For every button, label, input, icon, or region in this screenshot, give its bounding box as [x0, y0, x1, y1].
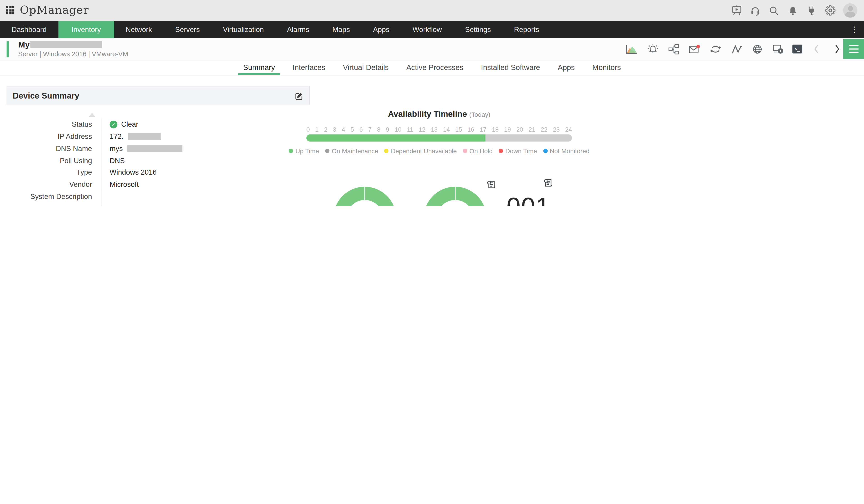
tab-monitors[interactable]: Monitors [587, 61, 626, 75]
tab-installed-software[interactable]: Installed Software [476, 61, 545, 75]
device-header: My Server | Windows 2016 | VMware-VM [0, 38, 864, 61]
timeline-uptime-fill [307, 134, 486, 142]
menu-hamburger-icon[interactable] [843, 39, 864, 59]
chevron-right-icon[interactable] [830, 43, 844, 56]
field-row-vendor: Vendor Microsoft [7, 178, 298, 190]
integrations-plug-icon[interactable] [805, 5, 817, 16]
traceroute-icon[interactable] [730, 43, 743, 56]
device-status-bar [7, 41, 9, 57]
timeline-tick: 12 [419, 126, 425, 133]
settings-gear-icon[interactable] [824, 5, 836, 16]
field-row-category: Category Server [7, 202, 298, 206]
nav-item-apps[interactable]: Apps [362, 21, 401, 38]
user-avatar[interactable] [843, 3, 857, 18]
performance-graph-icon[interactable] [625, 43, 638, 56]
timeline-tick: 17 [480, 126, 487, 133]
legend-item: Dependent Unavailable [384, 147, 457, 154]
timeline-tick: 9 [386, 126, 389, 133]
device-actions: >_ [625, 43, 844, 56]
tab-apps[interactable]: Apps [553, 61, 579, 75]
legend-item: On Maintenance [325, 147, 378, 154]
alarm-alert-icon[interactable] [646, 43, 659, 56]
device-title-text: My [18, 40, 30, 49]
tab-virtual-details[interactable]: Virtual Details [338, 61, 394, 75]
timeline-tick: 5 [350, 126, 354, 133]
device-summary-fields: Status ✓ Clear IP Address 172. DNS Name … [7, 118, 298, 206]
device-summary-title: Device Summary [13, 91, 79, 100]
availability-timeline: Availability Timeline (Today) 0 1 2 3 4 … [307, 109, 572, 154]
field-row-type: Type Windows 2016 [7, 166, 298, 178]
report-icon[interactable] [544, 178, 552, 187]
nav-overflow-kebab-icon[interactable]: ⋮ [850, 21, 859, 38]
nav-item-workflow[interactable]: Workflow [401, 21, 453, 38]
timeline-tick: 18 [492, 126, 499, 133]
timeline-tick: 8 [377, 126, 381, 133]
apps-grid-icon[interactable] [6, 6, 15, 15]
timeline-title: Availability Timeline (Today) [307, 109, 572, 119]
timeline-tick: 6 [359, 126, 363, 133]
topbar-icons [731, 0, 857, 21]
tab-summary[interactable]: Summary [238, 61, 280, 75]
nav-item-dashboard[interactable]: Dashboard [0, 21, 58, 38]
device-tabs: Summary Interfaces Virtual Details Activ… [0, 61, 864, 75]
mail-notification-icon[interactable] [688, 43, 701, 56]
legend-dot-dependent [384, 149, 389, 153]
timeline-tick: 24 [565, 126, 572, 133]
web-globe-icon[interactable] [751, 43, 764, 56]
legend-item: Up Time [289, 147, 319, 154]
ip-redaction [128, 133, 161, 140]
response-time-value: 001 [495, 192, 562, 206]
device-title: My [18, 40, 102, 49]
edit-icon[interactable] [295, 91, 303, 100]
timeline-tick: 11 [407, 126, 413, 133]
nav-item-alarms[interactable]: Alarms [275, 21, 321, 38]
notifications-bell-icon[interactable] [787, 5, 798, 16]
chevron-left-icon[interactable] [809, 43, 823, 56]
nav-item-inventory[interactable]: Inventory [58, 21, 114, 38]
nav-item-servers[interactable]: Servers [164, 21, 212, 38]
field-row-poll: Poll Using DNS [7, 154, 298, 166]
timeline-bar[interactable] [307, 134, 572, 142]
training-icon[interactable] [731, 5, 742, 16]
timeline-tick: 10 [395, 126, 401, 133]
field-row-status: Status ✓ Clear [7, 118, 298, 130]
legend-dot-downtime [499, 149, 503, 153]
dns-redaction [127, 145, 182, 152]
nav-item-virtualization[interactable]: Virtualization [211, 21, 275, 38]
nav-item-network[interactable]: Network [114, 21, 164, 38]
device-subtitle: Server | Windows 2016 | VMware-VM [18, 50, 128, 58]
dependency-workflow-icon[interactable] [667, 43, 680, 56]
legend-dot-uptime [289, 149, 293, 153]
nav-item-maps[interactable]: Maps [321, 21, 362, 38]
opmanager-app: OpManager [0, 0, 864, 206]
nav-item-settings[interactable]: Settings [453, 21, 502, 38]
tab-active-processes[interactable]: Active Processes [401, 61, 468, 75]
timeline-tick: 4 [342, 126, 345, 133]
timeline-tick: 19 [504, 126, 511, 133]
timeline-legend: Up Time On Maintenance Dependent Unavail… [307, 147, 572, 154]
main-nav: Dashboard Inventory Network Servers Virt… [0, 21, 864, 38]
legend-dot-notmonitored [543, 149, 548, 153]
nav-item-reports[interactable]: Reports [502, 21, 551, 38]
timeline-tick: 13 [431, 126, 437, 133]
field-row-ip: IP Address 172. [7, 131, 298, 142]
rediscover-loop-icon[interactable] [709, 43, 722, 56]
timeline-tick: 21 [529, 126, 535, 133]
terminal-icon[interactable]: >_ [792, 45, 802, 53]
support-headset-icon[interactable] [749, 5, 761, 16]
timeline-tick: 0 [307, 126, 310, 133]
packet-loss-gauge [419, 182, 491, 206]
report-icon[interactable] [487, 180, 495, 189]
device-title-redaction [30, 41, 102, 48]
timeline-ticks: 0 1 2 3 4 5 6 7 8 9 10 11 12 13 14 15 16… [307, 126, 572, 133]
status-clear-icon: ✓ [110, 121, 117, 128]
timeline-tick: 20 [516, 126, 523, 133]
tab-interfaces[interactable]: Interfaces [288, 61, 330, 75]
field-row-dns: DNS Name mys [7, 142, 298, 154]
legend-item: Not Monitored [543, 147, 589, 154]
timeline-tick: 15 [455, 126, 462, 133]
remote-session-icon[interactable] [771, 43, 785, 56]
timeline-tick: 22 [541, 126, 548, 133]
top-bar: OpManager [0, 0, 864, 21]
search-icon[interactable] [768, 5, 780, 16]
